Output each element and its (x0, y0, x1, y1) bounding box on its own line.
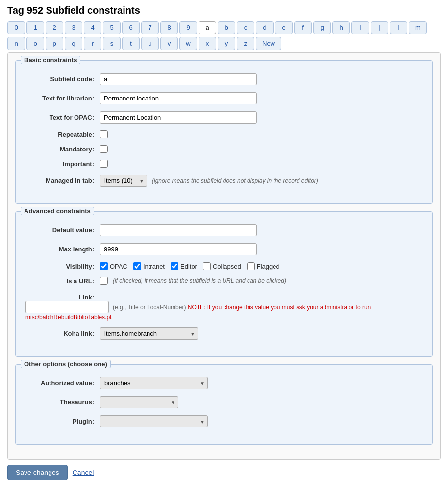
repeatable-row: Repeatable: (25, 130, 423, 138)
tab-2[interactable]: 2 (46, 21, 63, 34)
visibility-row: Visibility: OPAC Intranet Editor (25, 262, 423, 270)
tab-h[interactable]: h (332, 21, 350, 34)
text-librarian-label: Text for librarian: (25, 95, 94, 102)
intranet-option: Intranet (133, 262, 165, 270)
buttons-row: Save changes Cancel (7, 465, 441, 480)
tab-6[interactable]: 6 (122, 21, 140, 34)
link-input[interactable] (25, 301, 109, 313)
tab-d[interactable]: d (256, 21, 274, 34)
repeatable-checkbox[interactable] (100, 130, 108, 138)
tab-t[interactable]: t (122, 37, 140, 50)
important-row: Important: (25, 160, 423, 168)
opac-label: OPAC (110, 263, 127, 270)
authorized-value-select[interactable]: branches LOC CCODE LOST DAMAGED NOT_LOAN (100, 377, 208, 389)
koha-link-select-wrapper: items.homebranch items.holdingbranch ite… (100, 327, 198, 340)
link-hint: (e.g., Title or Local-Number) (113, 304, 186, 311)
repeatable-label: Repeatable: (25, 131, 94, 138)
tab-n[interactable]: n (7, 37, 25, 50)
editor-checkbox[interactable] (171, 262, 178, 270)
tab-s[interactable]: s (103, 37, 121, 50)
tab-y[interactable]: y (218, 37, 235, 50)
opac-option: OPAC (100, 262, 127, 270)
tab-c[interactable]: c (237, 21, 254, 34)
batch-script-text: misc/batchRebuildBiblioTables.pl. (25, 314, 113, 321)
managed-select-wrapper: items (10) ignore ▼ (100, 175, 147, 187)
tab-9[interactable]: 9 (179, 21, 197, 34)
koha-link-select[interactable]: items.homebranch items.holdingbranch ite… (100, 327, 198, 340)
is-url-label: Is a URL: (25, 277, 94, 285)
editor-option: Editor (171, 262, 197, 270)
tab-z[interactable]: z (237, 37, 254, 50)
important-checkbox[interactable] (100, 160, 108, 168)
opac-checkbox[interactable] (100, 262, 108, 270)
default-value-input[interactable] (100, 224, 257, 236)
thesaurus-select-wrapper: ▼ (100, 396, 178, 408)
is-url-checkbox[interactable] (100, 277, 108, 285)
tab-m[interactable]: m (409, 21, 427, 34)
collapsed-label: Collapsed (213, 263, 241, 270)
tab-b[interactable]: b (218, 21, 235, 34)
text-librarian-input[interactable] (100, 92, 257, 104)
subfield-code-row: Subfield code: (25, 73, 423, 85)
tab-a[interactable]: a (199, 21, 216, 34)
tab-4[interactable]: 4 (84, 21, 101, 34)
mandatory-checkbox[interactable] (100, 145, 108, 153)
basic-constraints-title: Basic constraints (21, 56, 80, 64)
plugin-label: Plugin: (25, 418, 94, 425)
tab-x[interactable]: x (199, 37, 216, 50)
managed-hint: (ignore means the subfield does not disp… (152, 177, 318, 184)
tab-3[interactable]: 3 (65, 21, 82, 34)
tab-7[interactable]: 7 (141, 21, 159, 34)
save-button[interactable]: Save changes (7, 465, 68, 480)
batch-script-link[interactable]: misc/batchRebuildBiblioTables.pl. (25, 314, 113, 321)
tab-5[interactable]: 5 (103, 21, 121, 34)
tab-o[interactable]: o (26, 37, 44, 50)
max-length-label: Max length: (25, 246, 94, 253)
other-options-title: Other options (choose one) (21, 360, 111, 368)
link-inline: (e.g., Title or Local-Number) NOTE: If y… (25, 301, 371, 313)
thesaurus-label: Thesaurus: (25, 399, 94, 406)
thesaurus-select[interactable] (100, 396, 178, 408)
managed-label: Managed in tab: (25, 177, 94, 184)
plugin-row: Plugin: ▼ (25, 415, 423, 427)
text-opac-input[interactable] (100, 111, 257, 124)
tab-1[interactable]: 1 (26, 21, 44, 34)
tab-8[interactable]: 8 (160, 21, 178, 34)
tab-v[interactable]: v (160, 37, 178, 50)
plugin-select-wrapper: ▼ (100, 415, 208, 427)
tab-q[interactable]: q (65, 37, 82, 50)
tab-f[interactable]: f (294, 21, 312, 34)
plugin-select[interactable] (100, 415, 208, 427)
max-length-row: Max length: (25, 243, 423, 255)
authorized-value-label: Authorized value: (25, 379, 94, 387)
tab-r[interactable]: r (84, 37, 101, 50)
tab-g[interactable]: g (313, 21, 331, 34)
tab-i[interactable]: i (351, 21, 369, 34)
tabs-container: 0 1 2 3 4 5 6 7 8 9 a b c d e f g h i j … (7, 21, 441, 34)
tab-j[interactable]: j (371, 21, 388, 34)
subfield-code-input[interactable] (100, 73, 257, 85)
tab-0[interactable]: 0 (7, 21, 25, 34)
text-opac-row: Text for OPAC: (25, 111, 423, 124)
visibility-label: Visibility: (25, 263, 94, 270)
mandatory-label: Mandatory: (25, 146, 94, 153)
tab-p[interactable]: p (46, 37, 63, 50)
link-row: Link: (e.g., Title or Local-Number) NOTE… (25, 292, 423, 321)
intranet-checkbox[interactable] (133, 262, 141, 270)
managed-tab-select[interactable]: items (10) ignore (100, 175, 147, 187)
max-length-input[interactable] (100, 243, 257, 255)
main-content: Basic constraints Subfield code: Text fo… (7, 52, 441, 460)
collapsed-option: Collapsed (203, 262, 241, 270)
tab-l[interactable]: l (390, 21, 407, 34)
tab-new[interactable]: New (256, 37, 281, 50)
flagged-checkbox[interactable] (247, 262, 255, 270)
tab-e[interactable]: e (275, 21, 293, 34)
collapsed-checkbox[interactable] (203, 262, 211, 270)
advanced-constraints-section: Advanced constraints Default value: Max … (15, 211, 433, 357)
link-label: Link: (25, 292, 94, 301)
is-url-row: Is a URL: (if checked, it means that the… (25, 277, 423, 285)
tab-u[interactable]: u (141, 37, 159, 50)
tab-w[interactable]: w (179, 37, 197, 50)
cancel-button[interactable]: Cancel (73, 469, 94, 476)
page-title: Tag 952 Subfield constraints (7, 5, 441, 16)
